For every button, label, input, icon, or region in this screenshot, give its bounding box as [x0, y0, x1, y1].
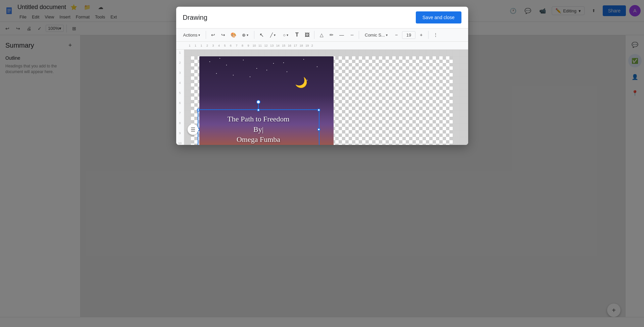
toolbar-divider5	[428, 31, 429, 39]
actions-dropdown[interactable]: Actions ▾	[180, 31, 203, 39]
drawing-overlay: Drawing Save and close Actions ▾ ↩ ↪ 🎨 ⊕…	[0, 0, 644, 327]
dialog-title: Drawing	[183, 14, 207, 21]
font-size-minus[interactable]: −	[392, 31, 401, 39]
more-options-btn[interactable]: ⋮	[431, 31, 440, 39]
paint-format-btn[interactable]: 🎨	[229, 31, 238, 39]
border-weight-btn[interactable]: —	[337, 31, 346, 39]
canvas-inner: The Path to Freedom By| Omega Fumba	[191, 56, 453, 145]
redo-btn[interactable]: ↪	[219, 31, 228, 39]
image-tool-btn[interactable]: 🖼	[303, 31, 311, 39]
border-color-btn[interactable]: ✏	[327, 31, 336, 39]
moon	[295, 76, 307, 88]
handle-middle-right[interactable]	[317, 128, 320, 131]
text-line3: Omega Fumba	[200, 134, 317, 145]
text-box-content: The Path to Freedom By| Omega Fumba	[198, 113, 319, 145]
undo-btn[interactable]: ↩	[209, 31, 217, 39]
textbox-tool-btn[interactable]: T	[293, 31, 301, 39]
handle-top-left[interactable]	[197, 109, 200, 111]
font-size-display[interactable]: 19	[402, 31, 415, 39]
zoom-chevron: ▾	[247, 33, 248, 37]
handle-top-center[interactable]	[257, 109, 260, 111]
toolbar-divider4	[359, 31, 359, 39]
handle-top-right[interactable]	[317, 109, 320, 111]
border-dash-btn[interactable]: - -	[347, 31, 356, 39]
actions-chevron: ▾	[198, 33, 200, 37]
font-chevron: ▾	[386, 33, 388, 37]
font-name: Comic S...	[365, 33, 385, 38]
fill-color-btn[interactable]: △	[317, 31, 326, 39]
dialog-header: Drawing Save and close	[176, 7, 468, 29]
shape-tool-btn[interactable]: ○ ▾	[280, 31, 291, 39]
zoom-icon: ⊕	[242, 33, 246, 38]
stack-position-icon[interactable]: ☰	[188, 124, 198, 135]
toolbar-divider3	[314, 31, 314, 39]
drawing-toolbar: Actions ▾ ↩ ↪ 🎨 ⊕ ▾ ↖ ╱ ▾ ○ ▾	[176, 29, 468, 42]
font-selector[interactable]: Comic S... ▾	[362, 31, 391, 39]
drawing-canvas-area: 12345678910	[176, 50, 468, 145]
drawing-ruler-vertical: 12345678910	[176, 50, 184, 145]
text-line2: By|	[200, 124, 317, 135]
line-tool-btn[interactable]: ╱ ▾	[267, 31, 279, 39]
stars	[199, 56, 334, 117]
rotation-handle[interactable]	[256, 100, 260, 104]
toolbar-divider1	[206, 31, 206, 39]
text-line1: The Path to Freedom	[200, 114, 317, 124]
drawing-dialog: Drawing Save and close Actions ▾ ↩ ↪ 🎨 ⊕…	[176, 7, 468, 145]
zoom-control[interactable]: ⊕ ▾	[239, 31, 251, 39]
drawing-canvas[interactable]: The Path to Freedom By| Omega Fumba	[184, 50, 468, 145]
font-size-plus[interactable]: +	[417, 31, 426, 39]
selected-text-box[interactable]: The Path to Freedom By| Omega Fumba	[198, 109, 319, 145]
actions-label: Actions	[183, 33, 198, 38]
toolbar-divider2	[254, 31, 254, 39]
save-close-button[interactable]: Save and close	[416, 11, 461, 23]
drawing-ruler-horizontal: 1 1 1 2 3 4 5 6 7 8 9 10 11 12 13 14 15 …	[176, 42, 468, 50]
select-cursor-btn[interactable]: ↖	[257, 31, 266, 39]
